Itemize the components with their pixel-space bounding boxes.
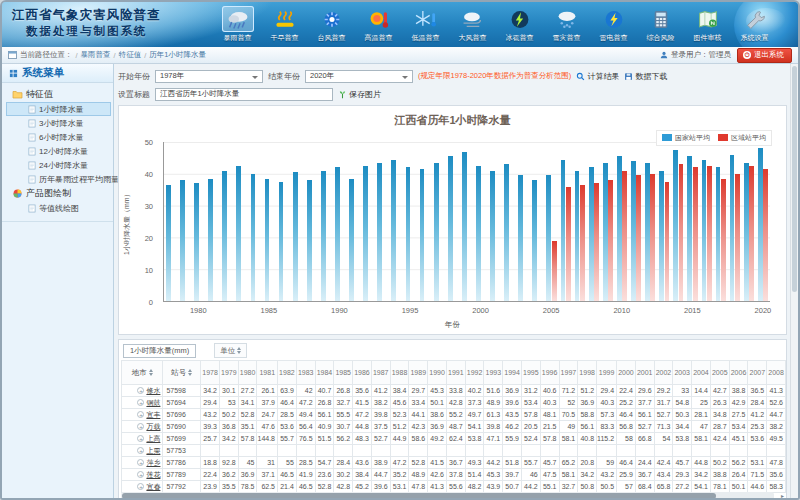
logout-button[interactable]: ⏻ 退出系统 <box>737 48 792 63</box>
column-header-year[interactable]: 2004 <box>692 361 711 385</box>
value-cell: 30.7 <box>334 421 353 433</box>
column-header-year[interactable]: 1989 <box>409 361 428 385</box>
column-header-year[interactable]: 1996 <box>540 361 559 385</box>
column-header-year[interactable]: 2008 <box>767 361 786 385</box>
column-header-year[interactable]: 1988 <box>390 361 409 385</box>
expand-row-icon[interactable]: + <box>137 387 144 394</box>
station-link[interactable]: 修水 <box>146 387 160 394</box>
power-icon: ⏻ <box>743 51 751 59</box>
vscroll-thumb[interactable] <box>792 66 797 292</box>
expand-row-icon[interactable]: + <box>137 399 144 406</box>
breadcrumb-item[interactable]: 暴雨普查 <box>81 50 111 60</box>
toolbar-item-typhoon[interactable]: 台风普查 <box>309 4 354 47</box>
column-header-year[interactable]: 1980 <box>238 361 257 385</box>
toolbar-item-heat[interactable]: 高温普查 <box>356 4 401 47</box>
start-year-select[interactable]: 1978年 <box>155 70 263 83</box>
column-header-station[interactable]: 站号 <box>163 361 201 385</box>
value-cell: 26.8 <box>315 397 334 409</box>
station-id-cell: 57789 <box>163 469 201 481</box>
column-header-year[interactable]: 1987 <box>371 361 390 385</box>
toolbar-item-calculator[interactable]: 综合风险 <box>638 4 683 47</box>
expand-row-icon[interactable]: + <box>137 423 144 430</box>
column-header-year[interactable]: 2003 <box>673 361 692 385</box>
column-header-year[interactable]: 1998 <box>578 361 597 385</box>
column-header-year[interactable]: 1999 <box>597 361 617 385</box>
column-header-year[interactable]: 2007 <box>748 361 767 385</box>
column-header-year[interactable]: 1981 <box>257 361 278 385</box>
breadcrumb-item[interactable]: 特征值 <box>119 50 142 60</box>
column-header-year[interactable]: 1990 <box>428 361 447 385</box>
hscroll-thumb[interactable] <box>122 493 716 498</box>
value-cell: 43.2 <box>597 469 617 481</box>
column-header-year[interactable]: 2006 <box>729 361 748 385</box>
column-header-year[interactable]: 1978 <box>201 361 220 385</box>
column-header-year[interactable]: 1991 <box>446 361 465 385</box>
hscroll-right-arrow[interactable]: ▸ <box>781 492 784 498</box>
toolbar-item-drought[interactable]: 干旱普查 <box>262 4 307 47</box>
tree-child-item[interactable]: 3小时降水量 <box>6 116 111 130</box>
save-image-button[interactable]: 保存图片 <box>338 89 381 100</box>
value-cell: 52 <box>559 397 578 409</box>
calc-result-button[interactable]: 计算结果 <box>576 71 619 82</box>
toolbar-item-hail[interactable]: 冰雹普查 <box>497 4 542 47</box>
column-header-year[interactable]: 1994 <box>503 361 522 385</box>
chart-title-input[interactable]: 江西省历年1小时降水量 <box>155 88 333 101</box>
toolbar-item-wind[interactable]: 大风普查 <box>450 4 495 47</box>
column-header-year[interactable]: 1992 <box>465 361 484 385</box>
column-header-year[interactable]: 1979 <box>219 361 238 385</box>
tree-parent-item[interactable]: 产品图绘制 <box>6 186 111 201</box>
station-link[interactable]: 万载 <box>146 423 160 430</box>
column-header-year[interactable]: 2000 <box>617 361 636 385</box>
station-link[interactable]: 宜丰 <box>146 411 160 418</box>
tree-child-item[interactable]: 24小时降水量 <box>6 158 111 172</box>
value-cell: 41.3 <box>428 481 447 493</box>
tree-child-item[interactable]: 历年暴雨过程平均雨量 <box>6 172 111 186</box>
column-header-year[interactable]: 1986 <box>353 361 372 385</box>
expand-row-icon[interactable]: + <box>137 459 144 466</box>
station-link[interactable]: 上栗 <box>146 447 160 454</box>
horizontal-scrollbar[interactable] <box>121 492 774 498</box>
value-cell: 55.9 <box>503 433 522 445</box>
column-header-year[interactable]: 1983 <box>296 361 315 385</box>
expand-row-icon[interactable]: + <box>137 471 144 478</box>
column-header-year[interactable]: 2001 <box>635 361 654 385</box>
tree-child-item[interactable]: 6小时降水量 <box>6 130 111 144</box>
legend-entry[interactable]: 国家站平均 <box>662 133 710 143</box>
column-header-year[interactable]: 1985 <box>334 361 353 385</box>
end-year-select[interactable]: 2020年 <box>305 70 413 83</box>
toolbar-item-wrench[interactable]: 系统设置 <box>732 4 777 47</box>
value-cell: 30.2 <box>334 469 353 481</box>
expand-row-icon[interactable]: + <box>137 447 144 454</box>
toolbar-item-lightning[interactable]: 雷电普查 <box>591 4 636 47</box>
station-link[interactable]: 上高 <box>146 435 160 442</box>
tree-child-item[interactable]: 12小时降水量 <box>6 144 111 158</box>
column-header-year[interactable]: 1997 <box>559 361 578 385</box>
legend-entry[interactable]: 区域站平均 <box>718 133 766 143</box>
column-header-year[interactable]: 2005 <box>710 361 729 385</box>
toolbar-item-rainstorm[interactable]: 暴雨普查 <box>215 4 260 47</box>
tree-child-item[interactable]: 1小时降水量 <box>6 102 111 116</box>
tree-parent-item[interactable]: 特征值 <box>6 87 111 102</box>
data-download-button[interactable]: 数据下载 <box>624 71 667 82</box>
column-header-year[interactable]: 1993 <box>484 361 503 385</box>
station-link[interactable]: 萍乡 <box>146 459 160 466</box>
expand-row-icon[interactable]: + <box>137 483 144 490</box>
vertical-scrollbar[interactable] <box>790 64 798 498</box>
column-header-year[interactable]: 2002 <box>654 361 673 385</box>
toolbar-item-snow[interactable]: 雪灾普查 <box>544 4 589 47</box>
station-link[interactable]: 宜春 <box>146 483 160 490</box>
toolbar-item-cold[interactable]: 低温普查 <box>403 4 448 47</box>
toolbar-item-map[interactable]: 图件审核 <box>685 4 730 47</box>
station-link[interactable]: 莲花 <box>146 471 160 478</box>
sort-control[interactable]: 单位 <box>214 343 247 358</box>
breadcrumb-item[interactable]: 历年1小时降水量 <box>149 50 206 60</box>
column-header-year[interactable]: 1982 <box>278 361 297 385</box>
column-header-city[interactable]: 地市 <box>122 361 163 385</box>
expand-row-icon[interactable]: + <box>137 435 144 442</box>
tree-child-item[interactable]: 等值线绘图 <box>6 201 111 215</box>
column-header-year[interactable]: 1984 <box>315 361 334 385</box>
value-cell: 24.7 <box>257 409 278 421</box>
column-header-year[interactable]: 1995 <box>521 361 540 385</box>
station-link[interactable]: 铜鼓 <box>146 399 160 406</box>
expand-row-icon[interactable]: + <box>137 411 144 418</box>
